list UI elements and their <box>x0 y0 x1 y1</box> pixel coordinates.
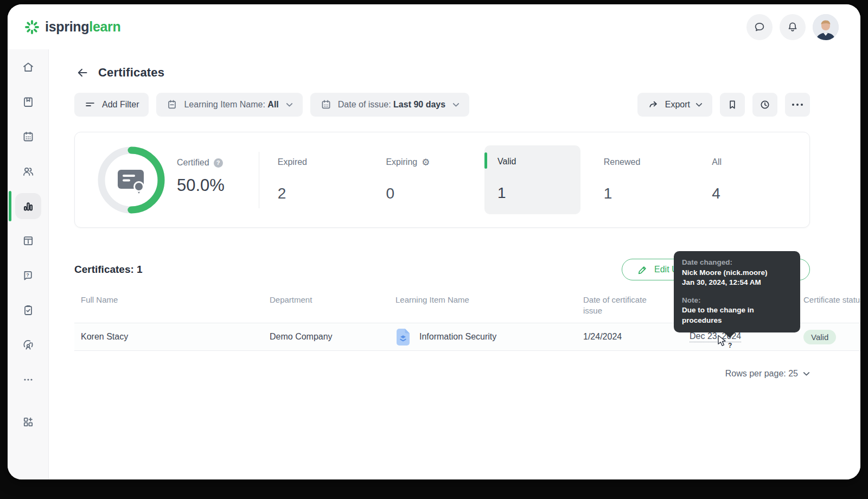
bar-chart-icon <box>22 200 35 213</box>
page-title: Certificates <box>98 66 164 80</box>
person-gauge-icon <box>22 338 35 351</box>
cell-date-of-issue: 1/24/2024 <box>577 323 683 350</box>
users-icon <box>22 165 35 178</box>
sidebar-item-more[interactable] <box>15 367 41 393</box>
logo-wordmark: ispringlearn <box>45 19 121 35</box>
certificates-summary-card: Certified ? 50.0% Expired 2 Expiring ⚙ 0 <box>74 132 810 228</box>
ellipsis-icon <box>792 104 803 106</box>
sidebar-item-library[interactable] <box>15 228 41 254</box>
tooltip-title: Date changed: <box>682 258 792 268</box>
active-indicator <box>484 152 487 169</box>
sidebar-item-reports[interactable] <box>15 193 41 219</box>
bookmark-icon <box>726 99 738 111</box>
stat-all[interactable]: All 4 <box>712 132 809 227</box>
tooltip-note-text: Due to the change in procedures <box>682 305 792 325</box>
gear-icon[interactable]: ⚙ <box>422 158 430 167</box>
saved-reports-button[interactable] <box>720 93 745 117</box>
sidebar-item-users[interactable] <box>15 158 41 184</box>
cell-certificate-status: Valid <box>797 323 860 350</box>
home-icon <box>22 61 35 74</box>
filter-icon <box>84 99 96 111</box>
schedule-button[interactable] <box>752 93 777 117</box>
more-options-button[interactable] <box>785 93 810 117</box>
question-bubble-icon: ? <box>22 269 35 282</box>
help-icon[interactable]: ? <box>214 158 223 168</box>
divider <box>259 152 259 208</box>
clock-icon <box>759 99 771 111</box>
messages-button[interactable] <box>746 14 773 40</box>
ispring-flower-icon <box>24 19 40 35</box>
grid-plus-icon <box>22 415 35 428</box>
ispring-learn-logo[interactable]: ispringlearn <box>24 19 121 35</box>
certificates-count-heading: Certificates: 1 <box>74 264 143 276</box>
chevron-down-icon <box>286 103 293 107</box>
cell-full-name: Koren Stacy <box>74 323 263 350</box>
sidebar-item-home[interactable] <box>15 54 41 80</box>
sidebar-item-addons[interactable] <box>15 409 41 435</box>
pencil-icon <box>637 264 648 276</box>
chevron-down-icon <box>452 103 459 107</box>
user-avatar[interactable] <box>813 14 839 40</box>
cell-department: Demo Company <box>263 323 389 350</box>
sidebar: ? <box>8 49 49 479</box>
chevron-down-icon <box>803 372 810 376</box>
date-changed-tooltip: Date changed: Nick Moore (nick.moore) Ja… <box>674 251 800 332</box>
certificate-icon <box>118 170 144 194</box>
sidebar-item-support[interactable]: ? <box>15 263 41 289</box>
learning-item-name-filter[interactable]: Learning Item Name: All <box>156 93 302 117</box>
book-icon <box>22 95 35 108</box>
app-window: ispringlearn <box>8 4 860 479</box>
certified-donut-chart <box>95 144 167 216</box>
sidebar-item-courses[interactable] <box>15 89 41 115</box>
ellipsis-icon <box>22 373 35 386</box>
column-department: Department <box>263 287 389 323</box>
tooltip-datetime: Jan 30, 2024, 12:54 AM <box>682 278 792 288</box>
column-learning-item: Learning Item Name <box>389 287 577 323</box>
sidebar-item-calendar[interactable] <box>15 124 41 150</box>
top-bar: ispringlearn <box>8 4 860 49</box>
certified-percent: 50.0% <box>177 175 247 196</box>
stat-valid-selected[interactable]: Valid 1 <box>484 145 580 214</box>
export-button[interactable]: Export <box>637 93 712 117</box>
sidebar-item-assignments[interactable] <box>15 297 41 323</box>
stat-expiring[interactable]: Expiring ⚙ 0 <box>386 132 484 227</box>
notepad-icon <box>166 99 178 111</box>
chevron-down-icon <box>695 103 703 107</box>
column-certificate-status: Certificate status <box>797 287 860 323</box>
stat-expired[interactable]: Expired 2 <box>278 132 386 227</box>
tooltip-user: Nick Moore (nick.moore) <box>682 268 792 278</box>
date-of-issue-filter[interactable]: Date of issue: Last 90 days <box>310 93 469 117</box>
add-filter-button[interactable]: Add Filter <box>74 93 149 117</box>
calendar-icon <box>320 99 332 111</box>
stat-renewed[interactable]: Renewed 1 <box>604 132 712 227</box>
bell-icon <box>786 21 799 34</box>
column-full-name: Full Name <box>74 287 263 323</box>
notifications-button[interactable] <box>780 14 806 40</box>
info-box-icon <box>22 234 35 247</box>
rows-per-page-select[interactable]: Rows per page: 25 <box>74 369 810 379</box>
share-arrow-icon <box>647 99 660 111</box>
certified-stat: Certified ? 50.0% <box>177 132 247 227</box>
sidebar-item-performance[interactable] <box>15 332 41 358</box>
column-date-of-issue: Date of certificate issue <box>577 287 661 323</box>
tooltip-note-label: Note: <box>682 296 792 306</box>
status-badge: Valid <box>803 330 836 344</box>
course-file-icon <box>395 328 411 346</box>
clipboard-check-icon <box>22 304 35 317</box>
cell-learning-item: Information Security <box>389 323 577 350</box>
svg-text:?: ? <box>26 272 29 278</box>
calendar-icon <box>22 130 35 143</box>
chat-bubble-icon <box>753 21 766 34</box>
back-button[interactable] <box>75 66 90 80</box>
